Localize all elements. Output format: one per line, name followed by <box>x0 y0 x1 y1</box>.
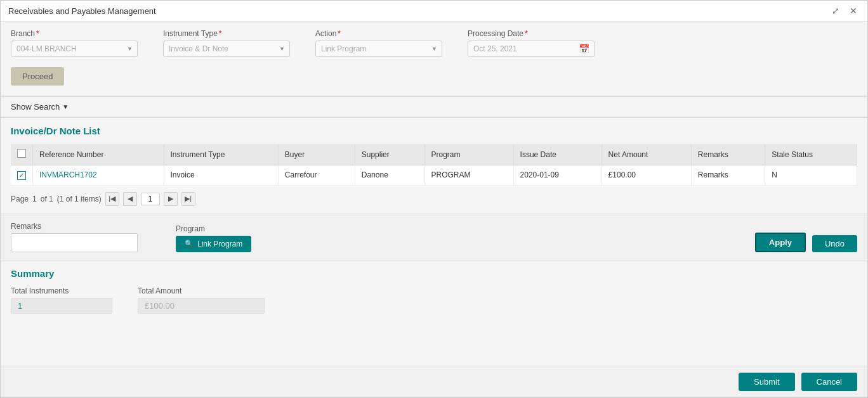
action-buttons: Apply Undo <box>755 233 857 252</box>
total-instruments-value: 1 <box>11 298 112 314</box>
form-section: Branch* 004-LM BRANCH Instrument Type* I… <box>1 22 867 96</box>
total-amount-label: Total Amount <box>138 286 265 295</box>
processing-date-label: Processing Date* <box>468 29 595 38</box>
summary-title: Summary <box>11 268 857 279</box>
remarks-field: Remarks <box>11 222 138 252</box>
invoice-table: Reference Number Instrument Type Buyer S… <box>11 144 857 186</box>
title-bar: Receivables and Payables Management ⤢ ✕ <box>1 1 867 22</box>
table-row: ✓ INVMARCH1702 Invoice Carrefour Danone … <box>11 165 857 186</box>
search-icon: 🔍 <box>185 240 194 248</box>
row-program: PROGRAM <box>424 165 513 186</box>
action-label: Action* <box>315 29 442 38</box>
invoice-section-title: Invoice/Dr Note List <box>11 125 857 136</box>
row-remarks: Remarks <box>691 165 765 186</box>
of-label: of 1 <box>41 195 53 203</box>
undo-button[interactable]: Undo <box>812 235 857 252</box>
branch-select-wrapper: 004-LM BRANCH <box>11 41 138 57</box>
current-page-display: 1 <box>32 195 37 203</box>
processing-date-input[interactable] <box>468 41 595 57</box>
total-amount-field: Total Amount £100.00 <box>138 286 265 314</box>
show-search-label: Show Search <box>11 102 60 112</box>
processing-date-field: Processing Date* 📅 <box>468 29 595 57</box>
last-page-button[interactable]: ▶| <box>181 192 195 206</box>
row-supplier: Danone <box>355 165 424 186</box>
action-field: Action* Link Program <box>315 29 442 57</box>
col-instrument-type: Instrument Type <box>164 144 278 165</box>
total-instruments-field: Total Instruments 1 <box>11 286 112 314</box>
remarks-program-section: Remarks Program 🔍 Link Program Apply Und… <box>1 214 867 260</box>
page-label: Page <box>11 195 29 203</box>
form-row-1: Branch* 004-LM BRANCH Instrument Type* I… <box>11 29 857 57</box>
proceed-button[interactable]: Proceed <box>11 67 64 86</box>
remarks-input[interactable] <box>11 233 138 252</box>
invoice-section: Invoice/Dr Note List Reference Number In… <box>1 118 867 214</box>
page-number-input[interactable] <box>141 193 160 205</box>
total-amount-value: £100.00 <box>138 298 265 314</box>
col-stale-status: Stale Status <box>765 144 857 165</box>
row-reference-number: INVMARCH1702 <box>33 165 164 186</box>
items-label: (1 of 1 items) <box>57 195 102 203</box>
link-program-button[interactable]: 🔍 Link Program <box>176 236 251 252</box>
col-reference-number: Reference Number <box>33 144 164 165</box>
row-instrument-type: Invoice <box>164 165 278 186</box>
col-issue-date: Issue Date <box>513 144 602 165</box>
action-select[interactable]: Link Program <box>315 41 442 57</box>
summary-section: Summary Total Instruments 1 Total Amount… <box>1 260 867 366</box>
pagination: Page 1 of 1 (1 of 1 items) |◀ ◀ ▶ ▶| <box>11 192 857 206</box>
program-label: Program <box>176 224 251 233</box>
title-bar-controls: ⤢ ✕ <box>829 6 860 16</box>
row-stale-status: N <box>765 165 857 186</box>
calendar-icon: 📅 <box>579 44 589 54</box>
processing-date-wrapper: 📅 <box>468 41 595 57</box>
reference-number-link[interactable]: INVMARCH1702 <box>39 170 97 179</box>
show-search-bar[interactable]: Show Search ▼ <box>1 96 867 118</box>
instrument-type-field: Instrument Type* Invoice & Dr Note <box>163 29 290 57</box>
first-page-button[interactable]: |◀ <box>105 192 119 206</box>
col-net-amount: Net Amount <box>602 144 691 165</box>
submit-button[interactable]: Submit <box>739 373 794 391</box>
branch-field: Branch* 004-LM BRANCH <box>11 29 138 57</box>
prev-page-button[interactable]: ◀ <box>123 192 137 206</box>
apply-button[interactable]: Apply <box>755 233 806 252</box>
window-title: Receivables and Payables Management <box>8 6 156 16</box>
row-issue-date: 2020-01-09 <box>513 165 602 186</box>
footer: Submit Cancel <box>1 366 867 397</box>
action-select-wrapper: Link Program <box>315 41 442 57</box>
row-checkbox[interactable]: ✓ <box>17 171 26 180</box>
col-buyer: Buyer <box>278 144 355 165</box>
total-instruments-label: Total Instruments <box>11 286 112 295</box>
branch-select[interactable]: 004-LM BRANCH <box>11 41 138 57</box>
col-checkbox <box>11 144 33 165</box>
branch-label: Branch* <box>11 29 138 38</box>
maximize-button[interactable]: ⤢ <box>829 6 842 16</box>
row-net-amount: £100.00 <box>602 165 691 186</box>
next-page-button[interactable]: ▶ <box>164 192 178 206</box>
instrument-type-label: Instrument Type* <box>163 29 290 38</box>
close-button[interactable]: ✕ <box>847 6 860 16</box>
table-header-row: Reference Number Instrument Type Buyer S… <box>11 144 857 165</box>
instrument-type-select-wrapper: Invoice & Dr Note <box>163 41 290 57</box>
program-field: Program 🔍 Link Program <box>176 224 251 252</box>
main-window: Receivables and Payables Management ⤢ ✕ … <box>0 0 868 398</box>
instrument-type-select[interactable]: Invoice & Dr Note <box>163 41 290 57</box>
row-checkbox-cell: ✓ <box>11 165 33 186</box>
row-buyer: Carrefour <box>278 165 355 186</box>
header-checkbox[interactable] <box>17 149 26 158</box>
cancel-button[interactable]: Cancel <box>801 373 857 391</box>
remarks-label: Remarks <box>11 222 138 231</box>
col-program: Program <box>424 144 513 165</box>
col-remarks: Remarks <box>691 144 765 165</box>
col-supplier: Supplier <box>355 144 424 165</box>
summary-row: Total Instruments 1 Total Amount £100.00 <box>11 286 857 314</box>
show-search-arrow-icon: ▼ <box>62 103 69 110</box>
